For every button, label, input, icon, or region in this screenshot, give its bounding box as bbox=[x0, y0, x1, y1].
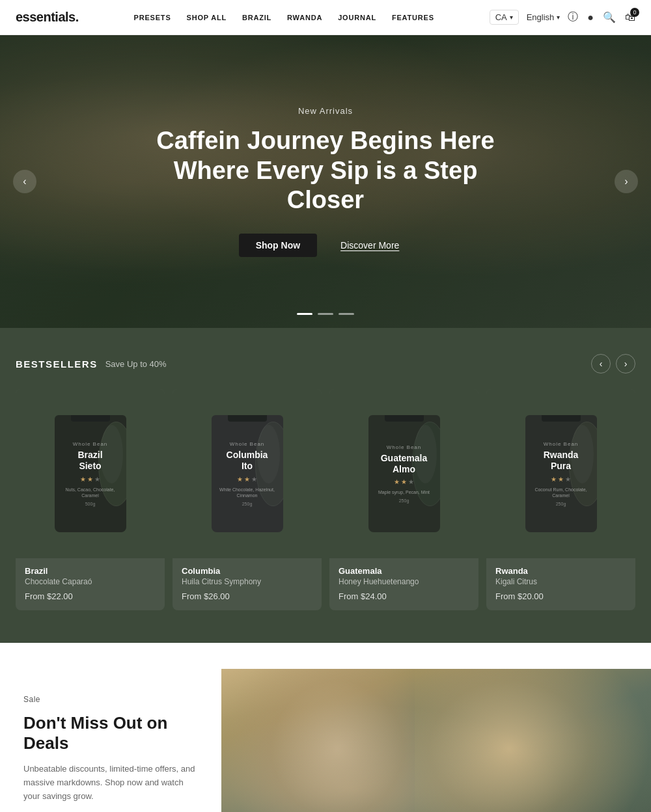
deals-person-right bbox=[415, 669, 651, 812]
header: essentials. PRESETS SHOP ALL BRAZIL RWAN… bbox=[0, 0, 651, 35]
nav-shop-all[interactable]: SHOP ALL bbox=[187, 14, 227, 21]
deals-title: Don't Miss Out on Deals bbox=[23, 713, 198, 753]
product-image-rwanda: Whole Bean RwandaPura ★★★ Coconut Rum, C… bbox=[486, 389, 635, 558]
coffee-bag-guatemala: Whole Bean GuatemalaAlmo ★★★ Maple syrup… bbox=[368, 415, 440, 532]
shop-now-button[interactable]: Shop Now bbox=[239, 234, 317, 257]
bestsellers-subtitle: Save Up to 40% bbox=[105, 359, 167, 369]
bestsellers-header: BESTSELLERS Save Up to 40% ‹ › bbox=[16, 354, 635, 373]
country-code: CA bbox=[495, 12, 507, 22]
hero-title: Caffein Journey Begins Here Where Every … bbox=[143, 126, 508, 215]
section-prev-button[interactable]: ‹ bbox=[591, 354, 611, 373]
header-icons: ⓘ ● 🔍 🛍 0 bbox=[568, 10, 635, 24]
product-name-brazil: Chocolate Caparaó bbox=[25, 577, 156, 586]
country-selector[interactable]: CA ▾ bbox=[490, 10, 519, 25]
bag-label-columbia: Whole Bean ColumbiaIto ★★★ White Chocola… bbox=[212, 436, 283, 511]
product-info-brazil: Brazil Chocolate Caparaó From $22.00 bbox=[16, 558, 165, 610]
bag-label-brazil: Whole Bean BrazilSieto ★★★ Nuts, Cacao, … bbox=[55, 436, 126, 511]
product-price-guatemala: From $24.00 bbox=[339, 591, 469, 601]
bag-label-guatemala: Whole Bean GuatemalaAlmo ★★★ Maple syrup… bbox=[373, 439, 435, 508]
product-price-columbia: From $26.00 bbox=[182, 591, 312, 601]
product-origin-guatemala: Guatemala bbox=[339, 566, 469, 576]
nav-presets[interactable]: PRESETS bbox=[134, 14, 171, 21]
product-name-guatemala: Honey Huehuetenango bbox=[339, 577, 469, 586]
main-nav: PRESETS SHOP ALL BRAZIL RWANDA JOURNAL F… bbox=[134, 14, 434, 21]
logo[interactable]: essentials. bbox=[16, 10, 79, 25]
hero-section: ‹ New Arrivals Caffein Journey Begins He… bbox=[0, 35, 651, 328]
language-selector[interactable]: English ▾ bbox=[527, 12, 561, 22]
products-grid: Whole Bean BrazilSieto ★★★ Nuts, Cacao, … bbox=[16, 389, 635, 610]
product-price-rwanda: From $20.00 bbox=[495, 591, 626, 601]
product-name-rwanda: Kigali Citrus bbox=[495, 577, 626, 586]
hero-dot-2[interactable] bbox=[318, 313, 333, 315]
product-origin-rwanda: Rwanda bbox=[495, 566, 626, 576]
deals-image bbox=[221, 669, 651, 812]
coffee-bag-brazil: Whole Bean BrazilSieto ★★★ Nuts, Cacao, … bbox=[55, 415, 126, 532]
product-origin-columbia: Columbia bbox=[182, 566, 312, 576]
coffee-bag-rwanda: Whole Bean RwandaPura ★★★ Coconut Rum, C… bbox=[525, 415, 597, 532]
product-info-guatemala: Guatemala Honey Huehuetenango From $24.0… bbox=[329, 558, 478, 610]
hero-content: New Arrivals Caffein Journey Begins Here… bbox=[130, 106, 521, 257]
search-icon[interactable]: 🔍 bbox=[603, 11, 616, 23]
cart-badge: 0 bbox=[630, 8, 639, 17]
bestsellers-section: BESTSELLERS Save Up to 40% ‹ › Whole Bea… bbox=[0, 328, 651, 643]
product-image-guatemala: Whole Bean GuatemalaAlmo ★★★ Maple syrup… bbox=[329, 389, 478, 558]
deals-left: Sale Don't Miss Out on Deals Unbeatable … bbox=[0, 669, 221, 812]
nav-rwanda[interactable]: RWANDA bbox=[287, 14, 322, 21]
header-right: CA ▾ English ▾ ⓘ ● 🔍 🛍 0 bbox=[490, 10, 635, 25]
product-card-guatemala[interactable]: Whole Bean GuatemalaAlmo ★★★ Maple syrup… bbox=[329, 389, 478, 610]
product-price-brazil: From $22.00 bbox=[25, 591, 156, 601]
section-next-button[interactable]: › bbox=[616, 354, 635, 373]
product-image-columbia: Whole Bean ColumbiaIto ★★★ White Chocola… bbox=[173, 389, 322, 558]
nav-journal[interactable]: JOURNAL bbox=[338, 14, 376, 21]
hero-tag: New Arrivals bbox=[143, 106, 508, 116]
section-nav: ‹ › bbox=[591, 354, 635, 373]
coffee-bag-columbia: Whole Bean ColumbiaIto ★★★ White Chocola… bbox=[212, 415, 283, 532]
deals-description: Unbeatable discounts, limited-time offer… bbox=[23, 763, 198, 803]
country-chevron-icon: ▾ bbox=[510, 14, 513, 21]
bestsellers-title: BESTSELLERS bbox=[16, 359, 98, 370]
hero-prev-button[interactable]: ‹ bbox=[13, 170, 36, 193]
hero-buttons: Shop Now Discover More bbox=[143, 234, 508, 257]
nav-brazil[interactable]: BRAZIL bbox=[242, 14, 271, 21]
product-info-rwanda: Rwanda Kigali Citrus From $20.00 bbox=[486, 558, 635, 610]
product-card-columbia[interactable]: Whole Bean ColumbiaIto ★★★ White Chocola… bbox=[173, 389, 322, 610]
product-name-columbia: Huila Citrus Symphony bbox=[182, 577, 312, 586]
nav-features[interactable]: FEATURES bbox=[392, 14, 434, 21]
deals-section: Sale Don't Miss Out on Deals Unbeatable … bbox=[0, 643, 651, 812]
product-image-brazil: Whole Bean BrazilSieto ★★★ Nuts, Cacao, … bbox=[16, 389, 165, 558]
discover-more-button[interactable]: Discover More bbox=[327, 234, 412, 257]
help-icon[interactable]: ⓘ bbox=[568, 10, 578, 24]
language-chevron-icon: ▾ bbox=[557, 14, 560, 21]
bestsellers-title-group: BESTSELLERS Save Up to 40% bbox=[16, 359, 167, 370]
cart-button[interactable]: 🛍 0 bbox=[625, 12, 635, 23]
hero-dot-1[interactable] bbox=[297, 313, 312, 315]
deals-tag: Sale bbox=[23, 695, 40, 704]
product-card-rwanda[interactable]: Whole Bean RwandaPura ★★★ Coconut Rum, C… bbox=[486, 389, 635, 610]
bag-label-rwanda: Whole Bean RwandaPura ★★★ Coconut Rum, C… bbox=[525, 436, 597, 511]
product-card-brazil[interactable]: Whole Bean BrazilSieto ★★★ Nuts, Cacao, … bbox=[16, 389, 165, 610]
hero-dot-3[interactable] bbox=[339, 313, 354, 315]
product-origin-brazil: Brazil bbox=[25, 566, 156, 576]
hero-dots bbox=[297, 313, 354, 315]
hero-next-button[interactable]: › bbox=[615, 170, 638, 193]
product-info-columbia: Columbia Huila Citrus Symphony From $26.… bbox=[173, 558, 322, 610]
account-icon[interactable]: ● bbox=[587, 12, 594, 23]
deals-person-left bbox=[221, 669, 415, 812]
language-label: English bbox=[527, 12, 555, 22]
